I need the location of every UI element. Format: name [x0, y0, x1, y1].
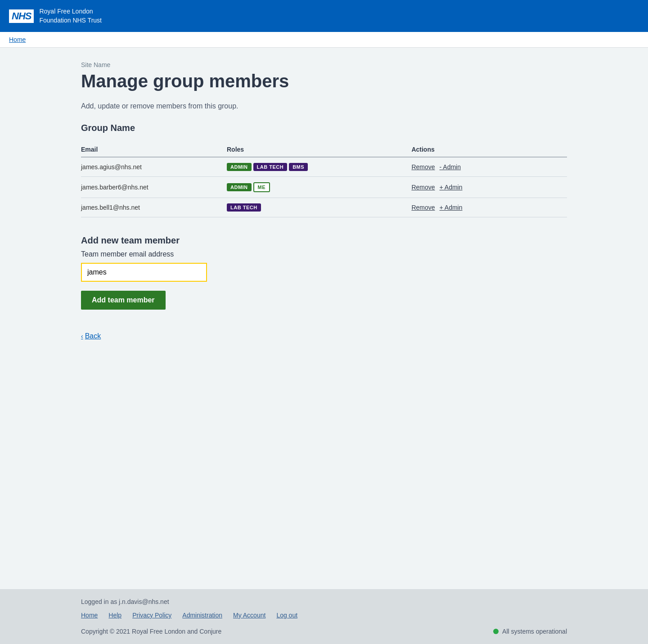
footer-link-home[interactable]: Home [81, 612, 98, 619]
primary-nav: Home [0, 32, 648, 48]
col-header-email: Email [81, 142, 227, 157]
members-table: Email Roles Actions james.agius@nhs.netA… [81, 142, 567, 217]
member-actions: Remove+ Admin [411, 177, 567, 198]
badge-labtech: LAB TECH [227, 203, 261, 212]
member-roles: ADMINLAB TECHBMS [227, 157, 411, 177]
member-email: james.bell1@nhs.net [81, 198, 227, 217]
chevron-left-icon: ‹ [81, 333, 83, 340]
badge-me: ME [253, 182, 270, 192]
remove-member-link[interactable]: Remove [411, 163, 435, 171]
status-indicator: All systems operational [493, 628, 567, 635]
nhs-logo-box: NHS [9, 9, 34, 23]
toggle-admin-link[interactable]: + Admin [440, 184, 463, 191]
site-footer: Logged in as j.n.davis@nhs.net HomeHelpP… [0, 589, 648, 644]
member-email: james.agius@nhs.net [81, 157, 227, 177]
table-row: james.barber6@nhs.netADMINMERemove+ Admi… [81, 177, 567, 198]
site-header: NHS Royal Free London Foundation NHS Tru… [0, 0, 648, 32]
back-link[interactable]: ‹ Back [81, 332, 101, 340]
footer-bottom: Copyright © 2021 Royal Free London and C… [81, 628, 567, 635]
nhs-logo: NHS Royal Free London Foundation NHS Tru… [9, 7, 102, 25]
member-actions: Remove- Admin [411, 157, 567, 177]
org-name: Royal Free London Foundation NHS Trust [39, 7, 102, 25]
add-member-section: Add new team member Team member email ad… [81, 235, 567, 310]
nav-home-link[interactable]: Home [9, 36, 26, 43]
back-label: Back [85, 332, 101, 340]
footer-link-help[interactable]: Help [108, 612, 122, 619]
toggle-admin-link[interactable]: - Admin [440, 163, 461, 171]
col-header-actions: Actions [411, 142, 567, 157]
email-input[interactable] [81, 263, 207, 282]
logged-in-text: Logged in as j.n.davis@nhs.net [81, 598, 567, 605]
page-title: Manage group members [81, 71, 567, 91]
member-roles: ADMINME [227, 177, 411, 198]
footer-link-administration[interactable]: Administration [182, 612, 222, 619]
remove-member-link[interactable]: Remove [411, 204, 435, 211]
add-member-title: Add new team member [81, 235, 567, 246]
member-roles: LAB TECH [227, 198, 411, 217]
footer-links: HomeHelpPrivacy PolicyAdministrationMy A… [81, 612, 567, 619]
member-actions: Remove+ Admin [411, 198, 567, 217]
copyright-text: Copyright © 2021 Royal Free London and C… [81, 628, 221, 635]
footer-link-log-out[interactable]: Log out [276, 612, 297, 619]
main-content: Site Name Manage group members Add, upda… [0, 48, 648, 589]
member-email: james.barber6@nhs.net [81, 177, 227, 198]
toggle-admin-link[interactable]: + Admin [440, 204, 463, 211]
badge-admin: ADMIN [227, 183, 252, 191]
status-text: All systems operational [502, 628, 567, 635]
footer-link-privacy-policy[interactable]: Privacy Policy [132, 612, 171, 619]
badge-labtech: LAB TECH [253, 163, 288, 171]
remove-member-link[interactable]: Remove [411, 184, 435, 191]
col-header-roles: Roles [227, 142, 411, 157]
status-dot-icon [493, 629, 499, 634]
footer-link-my-account[interactable]: My Account [233, 612, 266, 619]
page-description: Add, update or remove members from this … [81, 102, 567, 110]
badge-bms: BMS [289, 163, 308, 171]
badge-admin: ADMIN [227, 163, 252, 171]
table-row: james.bell1@nhs.netLAB TECHRemove+ Admin [81, 198, 567, 217]
group-name-heading: Group Name [81, 123, 567, 133]
table-row: james.agius@nhs.netADMINLAB TECHBMSRemov… [81, 157, 567, 177]
add-team-member-button[interactable]: Add team member [81, 291, 166, 310]
email-field-label: Team member email address [81, 250, 567, 258]
site-name-label: Site Name [81, 61, 567, 68]
